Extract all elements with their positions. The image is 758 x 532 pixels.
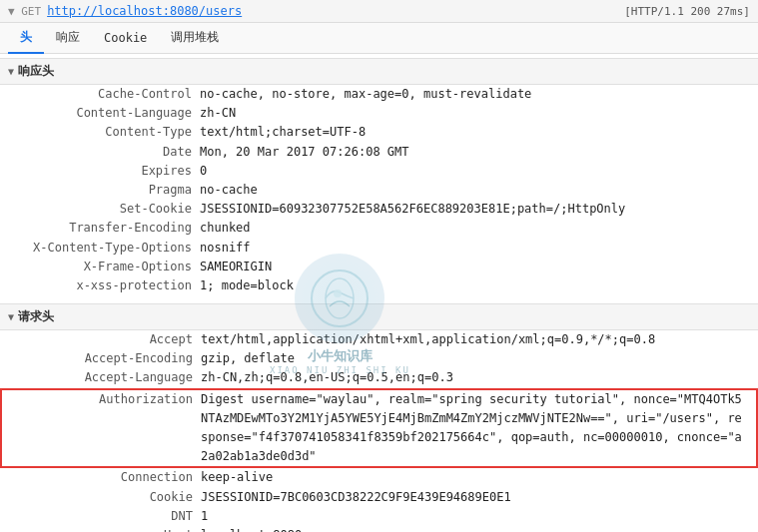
header-value: 1 bbox=[201, 507, 757, 526]
request-headers-toggle[interactable]: ▼ 请求头 bbox=[0, 303, 758, 330]
top-bar: ▼ GET http://localhost:8080/users [HTTP/… bbox=[0, 0, 758, 23]
table-row: X-Frame-OptionsSAMEORIGIN bbox=[0, 258, 758, 276]
header-key: Expires bbox=[0, 162, 200, 181]
tab-response[interactable]: 响应 bbox=[44, 23, 92, 54]
table-row: Set-CookieJSESSIONID=60932307752E58A562F… bbox=[0, 200, 758, 219]
response-headers-toggle[interactable]: ▼ 响应头 bbox=[0, 58, 758, 85]
header-key: Accept-Language bbox=[1, 368, 201, 388]
header-value: text/html,application/xhtml+xml,applicat… bbox=[201, 330, 757, 349]
header-key: Accept-Encoding bbox=[1, 349, 201, 368]
tab-headers[interactable]: 头 bbox=[8, 23, 44, 54]
collapse-icon-req: ▼ bbox=[8, 311, 14, 322]
header-key: Content-Type bbox=[0, 123, 200, 142]
header-key: Transfer-Encoding bbox=[0, 219, 200, 238]
table-row: CookieJSESSIONID=7BC0603CD38222C9F9E439E… bbox=[1, 488, 757, 507]
content-area: ▼ 响应头 Cache-Controlno-cache, no-store, m… bbox=[0, 54, 758, 532]
table-row: Connectionkeep-alive bbox=[1, 467, 757, 487]
request-info: ▼ GET http://localhost:8080/users bbox=[8, 4, 242, 18]
response-status: [HTTP/1.1 200 27ms] bbox=[624, 5, 750, 18]
response-headers-table: Cache-Controlno-cache, no-store, max-age… bbox=[0, 85, 758, 295]
header-value: 0 bbox=[200, 162, 758, 181]
header-value: Digest username="waylau", realm="spring … bbox=[201, 389, 757, 468]
header-key: Host bbox=[1, 526, 201, 532]
header-value: no-cache bbox=[200, 181, 758, 200]
header-key: Connection bbox=[1, 467, 201, 487]
table-row: Accept-Languagezh-CN,zh;q=0.8,en-US;q=0.… bbox=[1, 368, 757, 388]
request-headers-label: 请求头 bbox=[18, 308, 54, 325]
table-row: DNT1 bbox=[1, 507, 757, 526]
header-value: text/html;charset=UTF-8 bbox=[200, 123, 758, 142]
response-headers-section: ▼ 响应头 Cache-Controlno-cache, no-store, m… bbox=[0, 54, 758, 299]
header-key: Content-Language bbox=[0, 104, 200, 123]
header-value: SAMEORIGIN bbox=[200, 258, 758, 276]
tab-cookie[interactable]: Cookie bbox=[92, 25, 159, 53]
header-key: x-xss-protection bbox=[0, 276, 200, 295]
tab-callstack[interactable]: 调用堆栈 bbox=[159, 23, 231, 54]
header-value: zh-CN,zh;q=0.8,en-US;q=0.5,en;q=0.3 bbox=[201, 368, 757, 388]
header-key: Cache-Control bbox=[0, 85, 200, 104]
table-row: Transfer-Encodingchunked bbox=[0, 219, 758, 238]
table-row: Content-Typetext/html;charset=UTF-8 bbox=[0, 123, 758, 142]
http-method: ▼ GET bbox=[8, 5, 41, 18]
header-key: Date bbox=[0, 143, 200, 162]
tab-bar: 头 响应 Cookie 调用堆栈 bbox=[0, 23, 758, 54]
header-key: Authorization bbox=[1, 389, 201, 468]
request-headers-section: ▼ 请求头 Accepttext/html,application/xhtml+… bbox=[0, 299, 758, 532]
header-key: Accept bbox=[1, 330, 201, 349]
collapse-icon: ▼ bbox=[8, 66, 14, 77]
response-headers-label: 响应头 bbox=[18, 63, 54, 80]
table-row: DateMon, 20 Mar 2017 07:26:08 GMT bbox=[0, 143, 758, 162]
table-row: Accept-Encodinggzip, deflate bbox=[1, 349, 757, 368]
table-row: X-Content-Type-Optionsnosniff bbox=[0, 239, 758, 258]
header-value: nosniff bbox=[200, 239, 758, 258]
header-key: Cookie bbox=[1, 488, 201, 507]
header-key: Set-Cookie bbox=[0, 200, 200, 219]
header-key: DNT bbox=[1, 507, 201, 526]
header-value: 1; mode=block bbox=[200, 276, 758, 295]
table-row: Content-Languagezh-CN bbox=[0, 104, 758, 123]
table-row: Pragmano-cache bbox=[0, 181, 758, 200]
request-headers-table: Accepttext/html,application/xhtml+xml,ap… bbox=[0, 330, 758, 532]
header-value: JSESSIONID=7BC0603CD38222C9F9E439E94689E… bbox=[201, 488, 757, 507]
header-key: X-Frame-Options bbox=[0, 258, 200, 276]
table-row: Accepttext/html,application/xhtml+xml,ap… bbox=[1, 330, 757, 349]
table-row: Cache-Controlno-cache, no-store, max-age… bbox=[0, 85, 758, 104]
header-key: X-Content-Type-Options bbox=[0, 239, 200, 258]
header-value: zh-CN bbox=[200, 104, 758, 123]
request-url[interactable]: http://localhost:8080/users bbox=[47, 4, 242, 18]
header-key: Pragma bbox=[0, 181, 200, 200]
table-row: Expires0 bbox=[0, 162, 758, 181]
header-value: Mon, 20 Mar 2017 07:26:08 GMT bbox=[200, 143, 758, 162]
table-row: Hostlocalhost:8080 bbox=[1, 526, 757, 532]
header-value: gzip, deflate bbox=[201, 349, 757, 368]
header-value: no-cache, no-store, max-age=0, must-reva… bbox=[200, 85, 758, 104]
header-value: localhost:8080 bbox=[201, 526, 757, 532]
header-value: chunked bbox=[200, 219, 758, 238]
header-value: keep-alive bbox=[201, 467, 757, 487]
table-row: x-xss-protection1; mode=block bbox=[0, 276, 758, 295]
table-row: AuthorizationDigest username="waylau", r… bbox=[1, 389, 757, 468]
header-value: JSESSIONID=60932307752E58A562F6EC889203E… bbox=[200, 200, 758, 219]
